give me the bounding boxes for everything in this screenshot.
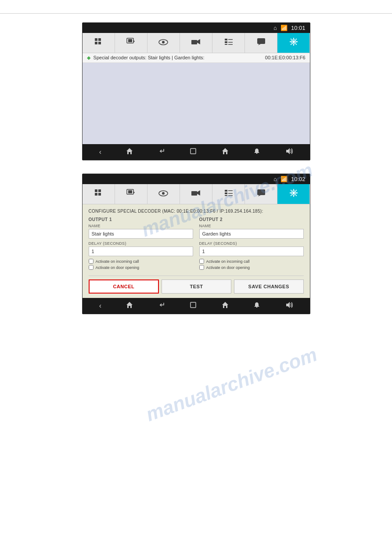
output2-door-opening-checkbox[interactable] xyxy=(199,265,204,270)
output2-name-input[interactable] xyxy=(199,229,304,239)
screen2-nav-tabs xyxy=(83,184,310,204)
svg-rect-3 xyxy=(98,42,101,44)
output2-delay-input[interactable] xyxy=(199,247,304,256)
svg-rect-12 xyxy=(228,39,233,40)
svg-rect-48 xyxy=(191,302,196,308)
output2-incoming-call-label: Activate on incoming call xyxy=(206,259,250,264)
action-buttons: CANCEL TEST SAVE CHANGES xyxy=(89,276,304,298)
svg-point-19 xyxy=(292,40,295,43)
save-changes-button[interactable]: SAVE CHANGES xyxy=(234,279,304,294)
home-nav-icon-s1[interactable] xyxy=(126,148,133,156)
decoder-info-text: ◆ Special decoder outputs: Stair lights … xyxy=(87,55,205,61)
tab-grid-s2[interactable] xyxy=(83,184,115,204)
output1-label: OUTPUT 1 xyxy=(89,217,193,222)
tab-chat-s1[interactable] xyxy=(245,33,277,53)
fullscreen-icon-s2[interactable] xyxy=(190,301,197,310)
bell-icon-s1[interactable] xyxy=(253,148,260,156)
chat-icon-s1 xyxy=(257,38,266,48)
output1-door-opening-checkbox[interactable] xyxy=(89,265,94,270)
svg-marker-25 xyxy=(286,148,290,154)
grid-icon-s2 xyxy=(94,189,102,199)
top-divider xyxy=(0,13,392,14)
return-icon-s2[interactable] xyxy=(158,301,165,310)
svg-rect-16 xyxy=(228,44,233,45)
output1-name-input[interactable] xyxy=(89,229,193,239)
back-icon-s1[interactable]: ‹ xyxy=(99,148,101,156)
screen1-main-area xyxy=(83,63,310,144)
list-icon-s2 xyxy=(224,189,233,199)
home-nav-icon-s2[interactable] xyxy=(126,301,133,310)
output2-incoming-call-checkbox[interactable] xyxy=(199,259,204,264)
svg-rect-40 xyxy=(228,193,233,194)
svg-rect-22 xyxy=(191,149,196,154)
outputs-row: OUTPUT 1 NAME DELAY (SECONDS) Activate o… xyxy=(89,217,304,271)
home2-icon-s2[interactable] xyxy=(222,301,229,310)
output1-incoming-call-label: Activate on incoming call xyxy=(96,259,139,264)
svg-marker-18 xyxy=(258,44,261,45)
svg-rect-38 xyxy=(228,190,233,191)
output1-checkbox1-row: Activate on incoming call xyxy=(89,259,193,264)
output1-checkbox2-row: Activate on door opening xyxy=(89,265,193,270)
settings-icon-s1 xyxy=(289,37,298,48)
output2-label: OUTPUT 2 xyxy=(199,217,304,222)
svg-marker-44 xyxy=(258,195,261,196)
output1-incoming-call-checkbox[interactable] xyxy=(89,259,94,264)
output1-col: OUTPUT 1 NAME DELAY (SECONDS) Activate o… xyxy=(89,217,193,271)
tab-chat-s2[interactable] xyxy=(245,184,277,204)
svg-rect-27 xyxy=(98,189,101,192)
tab-settings-s1[interactable] xyxy=(277,33,309,53)
screen2-container: ⌂ 📶 10:02 xyxy=(82,174,310,314)
svg-rect-41 xyxy=(225,195,227,196)
volume-icon-s1[interactable] xyxy=(285,148,293,156)
svg-rect-11 xyxy=(225,39,227,40)
screen1-signal-icon: 📶 xyxy=(281,25,288,31)
volume-icon-s2[interactable] xyxy=(285,301,293,310)
svg-rect-9 xyxy=(191,40,197,44)
screen1-nav-tabs xyxy=(83,33,310,53)
svg-rect-24 xyxy=(256,153,257,154)
output2-col: OUTPUT 2 NAME DELAY (SECONDS) Activate o… xyxy=(199,217,304,271)
svg-rect-29 xyxy=(98,193,101,196)
tab-eye-s1[interactable] xyxy=(147,33,180,53)
output2-door-opening-label: Activate on door opening xyxy=(206,265,250,270)
screen2-signal-icon: 📶 xyxy=(281,176,288,182)
screen2-status-bar: ⌂ 📶 10:02 xyxy=(83,174,310,184)
svg-rect-31 xyxy=(128,190,132,193)
tab-grid-s1[interactable] xyxy=(83,33,115,53)
tab-list-s2[interactable] xyxy=(212,184,245,204)
monitor-icon-s2 xyxy=(126,189,135,199)
tab-list-s1[interactable] xyxy=(212,33,245,53)
tab-camera-s2[interactable] xyxy=(180,184,212,204)
svg-rect-37 xyxy=(225,190,227,192)
fullscreen-icon-s1[interactable] xyxy=(190,148,197,156)
svg-rect-39 xyxy=(225,192,227,194)
output1-delay-input[interactable] xyxy=(89,247,193,256)
svg-point-45 xyxy=(292,192,295,194)
bell-icon-s2[interactable] xyxy=(253,301,260,310)
settings-icon-s2 xyxy=(289,189,298,200)
svg-rect-35 xyxy=(191,191,197,196)
decoder-mac: 00:1E:E0:00:13:F6 xyxy=(265,55,306,61)
tab-monitor-s1[interactable] xyxy=(115,33,147,53)
cancel-button[interactable]: CANCEL xyxy=(89,279,159,294)
svg-rect-50 xyxy=(256,307,257,308)
screen1-time: 10:01 xyxy=(291,25,306,31)
test-button[interactable]: TEST xyxy=(162,279,231,294)
svg-rect-26 xyxy=(95,189,97,192)
svg-rect-0 xyxy=(95,38,97,41)
eye-icon-s2 xyxy=(158,189,168,199)
screen1-decoder-info: ◆ Special decoder outputs: Stair lights … xyxy=(83,53,310,63)
svg-rect-17 xyxy=(257,38,265,44)
tab-camera-s1[interactable] xyxy=(180,33,212,53)
return-icon-s1[interactable] xyxy=(158,148,165,156)
tab-settings-s2[interactable] xyxy=(277,184,309,204)
svg-marker-10 xyxy=(197,39,200,44)
home2-icon-s1[interactable] xyxy=(222,148,229,156)
screen1-home-icon: ⌂ xyxy=(273,25,277,31)
tab-eye-s2[interactable] xyxy=(147,184,180,204)
monitor-icon-s1 xyxy=(126,38,135,48)
page-wrapper: ⌂ 📶 10:01 xyxy=(0,0,392,336)
back-icon-s2[interactable]: ‹ xyxy=(99,302,101,310)
screen2-form-content: CONFIGURE SPECIAL DECODER (MAC: 00:1E:E0… xyxy=(83,204,310,298)
tab-monitor-s2[interactable] xyxy=(115,184,147,204)
